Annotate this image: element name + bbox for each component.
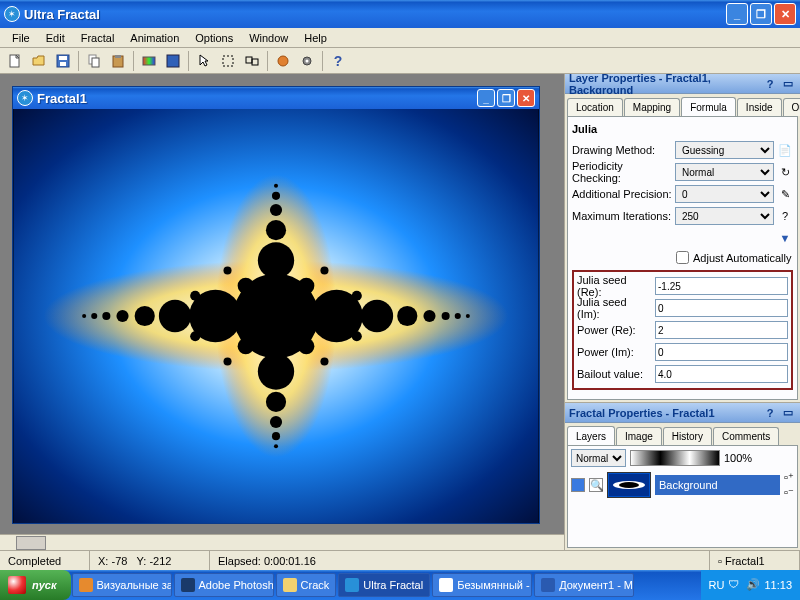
param-label: Julia seed (Re): xyxy=(577,274,652,298)
status-completed: Completed xyxy=(0,551,90,570)
tab-location[interactable]: Location xyxy=(567,98,623,116)
svg-point-48 xyxy=(190,291,200,301)
start-button[interactable]: пуск xyxy=(0,570,71,600)
taskbar-item[interactable]: Безымянный - … xyxy=(432,573,532,597)
svg-point-36 xyxy=(266,220,286,240)
opacity-slider[interactable] xyxy=(630,450,720,466)
tab-history[interactable]: History xyxy=(663,427,712,445)
tab-inside[interactable]: Inside xyxy=(737,98,782,116)
tray-icon[interactable]: 🛡 xyxy=(728,578,742,592)
toolbar: ? xyxy=(0,48,800,74)
status-x-label: X: xyxy=(98,555,108,567)
fw-minimize-button[interactable]: _ xyxy=(477,89,495,107)
pointer-icon[interactable] xyxy=(193,50,215,72)
fw-close-button[interactable]: ✕ xyxy=(517,89,535,107)
help-icon[interactable]: ? xyxy=(327,50,349,72)
new-icon[interactable] xyxy=(4,50,26,72)
svg-point-39 xyxy=(270,416,282,428)
switch-icon[interactable] xyxy=(241,50,263,72)
adjust-auto-checkbox[interactable] xyxy=(676,251,689,264)
fullscreen-icon[interactable] xyxy=(162,50,184,72)
visibility-toggle[interactable] xyxy=(571,478,585,492)
power-im-input[interactable] xyxy=(655,343,788,361)
app-icon: ✶ xyxy=(4,6,20,22)
render-icon[interactable] xyxy=(272,50,294,72)
tab-mapping[interactable]: Mapping xyxy=(624,98,680,116)
taskbar-item-active[interactable]: Ultra Fractal xyxy=(338,573,430,597)
fractal-window-titlebar[interactable]: ✶ Fractal1 _ ❐ ✕ xyxy=(13,87,539,109)
menu-file[interactable]: File xyxy=(4,30,38,46)
zoom-icon[interactable]: 🔍 xyxy=(589,478,603,492)
gradient-icon[interactable] xyxy=(138,50,160,72)
tab-layers[interactable]: Layers xyxy=(567,426,615,445)
svg-point-46 xyxy=(238,338,254,354)
precision-select[interactable]: 0 xyxy=(675,185,774,203)
save-icon[interactable] xyxy=(52,50,74,72)
system-tray[interactable]: RU 🛡 🔊 11:13 xyxy=(701,570,800,600)
julia-seed-im-input[interactable] xyxy=(655,299,788,317)
maximize-button[interactable]: ❐ xyxy=(750,3,772,25)
power-re-input[interactable] xyxy=(655,321,788,339)
gear-icon[interactable] xyxy=(296,50,318,72)
help-icon[interactable]: ? xyxy=(762,76,778,92)
opacity-value: 100% xyxy=(724,452,752,464)
clock[interactable]: 11:13 xyxy=(764,579,792,591)
taskbar-item[interactable]: Adobe Photosh… xyxy=(174,573,274,597)
taskbar: пуск Визуальные за… Adobe Photosh… Crack… xyxy=(0,570,800,600)
fractal-canvas[interactable] xyxy=(13,109,539,523)
drawing-method-label: Drawing Method: xyxy=(572,144,672,156)
tray-icon[interactable]: 🔊 xyxy=(746,578,760,592)
fractal-properties-header[interactable]: Fractal Properties - Fractal1 ? ▭ xyxy=(565,403,800,423)
menu-options[interactable]: Options xyxy=(187,30,241,46)
horizontal-scrollbar[interactable] xyxy=(0,534,564,550)
taskbar-item[interactable]: Документ1 - Mi… xyxy=(534,573,634,597)
paste-icon[interactable] xyxy=(107,50,129,72)
julia-seed-re-input[interactable] xyxy=(655,277,788,295)
drawing-method-select[interactable]: Guessing xyxy=(675,141,774,159)
bailout-input[interactable] xyxy=(655,365,788,383)
periodicity-select[interactable]: Normal xyxy=(675,163,774,181)
layer-properties-header[interactable]: Layer Properties - Fractal1, Background … xyxy=(565,74,800,94)
menu-help[interactable]: Help xyxy=(296,30,335,46)
reload-icon[interactable]: ↻ xyxy=(777,164,793,180)
param-help-icon[interactable]: ? xyxy=(777,208,793,224)
open-icon[interactable] xyxy=(28,50,50,72)
tab-formula[interactable]: Formula xyxy=(681,97,736,116)
add-layer-icon[interactable]: ▫⁺ xyxy=(784,471,794,484)
svg-point-30 xyxy=(91,313,97,319)
select-icon[interactable] xyxy=(217,50,239,72)
collapse-icon[interactable]: ▭ xyxy=(780,76,796,92)
minimize-button[interactable]: _ xyxy=(726,3,748,25)
svg-point-58 xyxy=(619,482,639,488)
lang-indicator[interactable]: RU xyxy=(709,579,725,591)
tab-comments[interactable]: Comments xyxy=(713,427,779,445)
tab-image[interactable]: Image xyxy=(616,427,662,445)
layer-name[interactable]: Background xyxy=(655,475,780,495)
maxiter-select[interactable]: 250 xyxy=(675,207,774,225)
taskbar-item[interactable]: Crack xyxy=(276,573,337,597)
fp-collapse-icon[interactable]: ▭ xyxy=(780,405,796,421)
fw-maximize-button[interactable]: ❐ xyxy=(497,89,515,107)
edit-icon[interactable]: ✎ xyxy=(777,186,793,202)
svg-point-31 xyxy=(455,313,461,319)
fractal-window: ✶ Fractal1 _ ❐ ✕ xyxy=(12,86,540,524)
remove-layer-icon[interactable]: ▫⁻ xyxy=(784,486,794,499)
menu-window[interactable]: Window xyxy=(241,30,296,46)
menu-fractal[interactable]: Fractal xyxy=(73,30,123,46)
svg-point-29 xyxy=(442,312,450,320)
menu-animation[interactable]: Animation xyxy=(122,30,187,46)
close-button[interactable]: ✕ xyxy=(774,3,796,25)
browse-icon[interactable]: 📄 xyxy=(777,142,793,158)
tab-outside[interactable]: Outside xyxy=(783,98,800,116)
fp-help-icon[interactable]: ? xyxy=(762,405,778,421)
svg-point-47 xyxy=(298,338,314,354)
menu-edit[interactable]: Edit xyxy=(38,30,73,46)
layer-thumbnail[interactable] xyxy=(607,472,651,498)
blend-mode-select[interactable]: Normal xyxy=(571,449,626,467)
app-titlebar: ✶ Ultra Fractal _ ❐ ✕ xyxy=(0,0,800,28)
copy-icon[interactable] xyxy=(83,50,105,72)
svg-point-13 xyxy=(278,56,288,66)
taskbar-item[interactable]: Визуальные за… xyxy=(72,573,172,597)
expand-icon[interactable]: ▼ xyxy=(777,230,793,246)
svg-point-32 xyxy=(82,314,86,318)
